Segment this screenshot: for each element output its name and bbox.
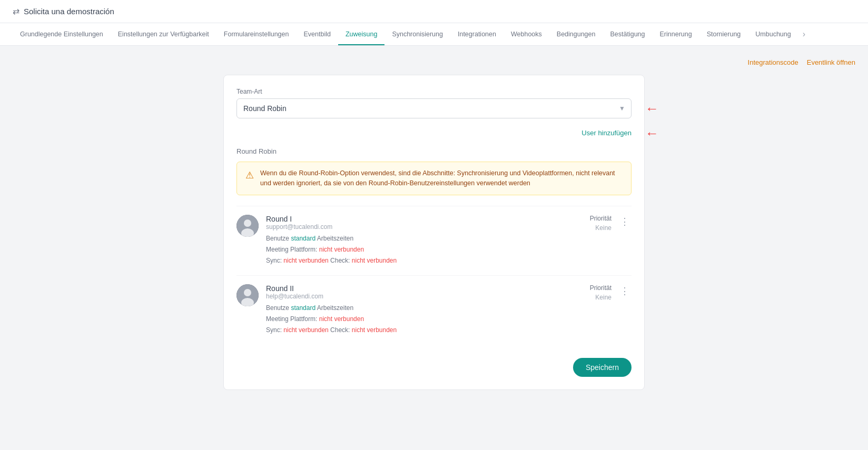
user-email-2: help@tucalendi.com	[266, 293, 559, 300]
user-info-1: Round I support@tucalendi.com Benutze st…	[266, 215, 559, 267]
top-bar: ⇄ Solicita una demostración	[0, 0, 868, 23]
main-content: Integrationscode Eventlink öffnen Team-A…	[0, 46, 868, 447]
red-arrow-select: ←	[645, 101, 659, 117]
sync-link-2[interactable]: nicht verbunden	[283, 326, 328, 334]
user-meeting-2: Meeting Plattform: nicht verbunden	[266, 314, 559, 324]
arbeitszeiten-link-1[interactable]: standard	[291, 235, 315, 242]
svg-point-1	[244, 219, 251, 227]
arbeitszeiten-prefix-1: Benutze	[266, 235, 289, 242]
integrationscode-link[interactable]: Integrationscode	[748, 58, 798, 66]
warning-box: ⚠ Wenn du die Round-Robin-Option verwend…	[236, 162, 632, 195]
arbeitszeiten-suffix-1: Arbeitszeiten	[317, 235, 353, 242]
team-art-select-wrapper: Round Robin Collective Fixed ▼ ←	[236, 98, 632, 118]
user-row-2: Round II help@tucalendi.com Benutze stan…	[236, 275, 632, 345]
user-sync-1: Sync: nicht verbunden Check: nicht verbu…	[266, 256, 559, 266]
nav-more-button[interactable]: ›	[798, 23, 810, 45]
nav-tabs: ▼ Grundlegende Einstellungen Einstellung…	[0, 23, 868, 46]
tab-synchronisierung[interactable]: Synchronisierung	[384, 24, 450, 45]
red-arrow-add-user: ←	[645, 125, 659, 141]
user-menu-1[interactable]: ⋮	[618, 215, 632, 228]
user-row: Round I support@tucalendi.com Benutze st…	[236, 206, 632, 276]
user-priority-2: Priorität Keine	[559, 284, 611, 301]
tab-formulareinstellungen[interactable]: Formulareinstellungen	[216, 24, 297, 45]
save-button[interactable]: Speichern	[573, 358, 632, 377]
avatar-svg-1	[236, 215, 259, 237]
avatar-user2	[236, 284, 259, 306]
arbeitszeiten-prefix-2: Benutze	[266, 304, 289, 312]
tab-eventbild[interactable]: Eventbild	[296, 24, 338, 45]
svg-point-4	[244, 289, 251, 296]
priority-value-2: Keine	[595, 294, 611, 301]
tab-bestaetigung[interactable]: Bestätigung	[603, 24, 652, 45]
exchange-icon: ⇄	[13, 6, 19, 16]
user-sync-2: Sync: nicht verbunden Check: nicht verbu…	[266, 325, 559, 335]
app-title: Solicita una demostración	[24, 7, 114, 16]
add-user-row: User hinzufügen ←	[236, 129, 632, 137]
tab-bedingungen[interactable]: Bedingungen	[549, 24, 603, 45]
check-prefix-2: Check:	[330, 326, 350, 334]
user-menu-2[interactable]: ⋮	[618, 284, 632, 298]
round-robin-section-label: Round Robin	[236, 147, 632, 155]
check-link-2[interactable]: nicht verbunden	[352, 326, 397, 334]
meeting-link-2[interactable]: nicht verbunden	[319, 315, 364, 323]
sync-prefix-1: Sync:	[266, 257, 282, 264]
save-row: Speichern	[236, 358, 632, 377]
team-art-select[interactable]: Round Robin Collective Fixed	[236, 98, 632, 118]
sync-link-1[interactable]: nicht verbunden	[283, 257, 328, 264]
user-info-2: Round II help@tucalendi.com Benutze stan…	[266, 284, 559, 337]
check-prefix-1: Check:	[330, 257, 350, 264]
user-meeting-1: Meeting Plattform: nicht verbunden	[266, 245, 559, 255]
warning-text: Wenn du die Round-Robin-Option verwendes…	[260, 168, 623, 188]
top-links: Integrationscode Eventlink öffnen	[13, 58, 855, 66]
team-art-group: Team-Art Round Robin Collective Fixed ▼ …	[236, 88, 632, 118]
tab-webhooks[interactable]: Webhooks	[504, 24, 549, 45]
arbeitszeiten-link-2[interactable]: standard	[291, 304, 315, 312]
avatar-svg-2	[236, 284, 259, 306]
user-email-1: support@tucalendi.com	[266, 223, 559, 231]
add-user-link[interactable]: User hinzufügen	[581, 129, 632, 137]
tab-zuweisung[interactable]: Zuweisung	[338, 24, 384, 45]
team-art-label: Team-Art	[236, 88, 632, 95]
user-priority-1: Priorität Keine	[559, 215, 611, 232]
tab-verfuegbarkeit[interactable]: Einstellungen zur Verfügbarkeit	[111, 24, 216, 45]
tab-stornierung[interactable]: Stornierung	[699, 24, 748, 45]
user-name-1: Round I	[266, 215, 559, 223]
tab-erinnerung[interactable]: Erinnerung	[653, 24, 699, 45]
priority-label-1: Priorität	[590, 215, 611, 222]
priority-label-2: Priorität	[590, 284, 611, 292]
meeting-prefix-1: Meeting Plattform:	[266, 246, 317, 253]
avatar-user1	[236, 215, 259, 237]
user-arbeitszeiten-1: Benutze standard Arbeitszeiten	[266, 234, 559, 244]
warning-icon: ⚠	[245, 169, 254, 181]
user-name-2: Round II	[266, 284, 559, 293]
tab-umbuchung[interactable]: Umbuchung	[748, 24, 798, 45]
meeting-link-1[interactable]: nicht verbunden	[319, 246, 364, 253]
eventlink-link[interactable]: Eventlink öffnen	[807, 58, 855, 66]
user-right-1: Priorität Keine ⋮	[559, 215, 632, 232]
tab-grundlegende[interactable]: Grundlegende Einstellungen	[13, 24, 111, 45]
check-link-1[interactable]: nicht verbunden	[352, 257, 397, 264]
priority-value-1: Keine	[595, 224, 611, 232]
arbeitszeiten-suffix-2: Arbeitszeiten	[317, 304, 353, 312]
user-right-2: Priorität Keine ⋮	[559, 284, 632, 301]
tab-integrationen[interactable]: Integrationen	[450, 24, 504, 45]
sync-prefix-2: Sync:	[266, 326, 282, 334]
app-title-container: ⇄ Solicita una demostración	[13, 6, 114, 16]
assignment-card: Team-Art Round Robin Collective Fixed ▼ …	[223, 75, 645, 390]
meeting-prefix-2: Meeting Plattform:	[266, 315, 317, 323]
user-arbeitszeiten-2: Benutze standard Arbeitszeiten	[266, 303, 559, 313]
